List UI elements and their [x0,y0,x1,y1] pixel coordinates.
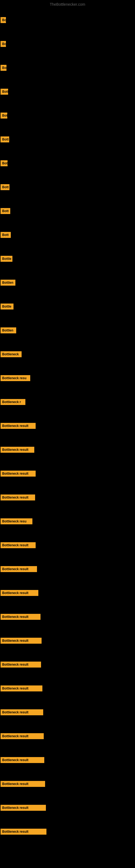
bar-row: Bottleneck result [0,605,135,629]
bar-label: Bottleneck result [1,757,44,763]
bar-row: Bottlen [0,271,135,294]
bar-label: Bottleneck result [1,661,41,668]
bar-label: Bottleneck result [1,805,46,811]
bar-row: Bottleneck result [0,629,135,653]
bar-row: Bottleneck result [0,677,135,701]
bar-row: Bottle [0,294,135,318]
bar-label: Bot [1,160,8,166]
bar-row: Bottleneck result [0,414,135,438]
bar-row: Bottleneck resu [0,366,135,390]
bar-label: Bo [1,65,6,71]
bar-label: Bottleneck result [1,471,36,476]
bar-row: Bottleneck result [0,438,135,462]
bar-label: Bott [1,136,9,143]
bar-row: Bottleneck result [0,701,135,724]
bar-row: Bottleneck [0,342,135,366]
bar-label: Bottle [1,304,13,310]
bar-label: Bottleneck r [1,399,26,405]
bar-row: Bottleneck result [0,533,135,557]
bar-row: Bottle [0,247,135,271]
bar-row: Bott [0,127,135,151]
bar-row: Bottleneck result [0,748,135,772]
bar-label: Bot [1,113,7,119]
bar-label: Bottleneck result [1,829,46,835]
site-title: TheBottlenecker.com [0,0,135,9]
bar-row: Bottleneck r [0,390,135,414]
bar-row: Bottleneck result [0,462,135,486]
bar-label: Bottleneck result [1,542,36,548]
bar-row: Bot [0,151,135,175]
bar-label: Bottleneck result [1,709,43,715]
bar-row: Bottleneck result [0,557,135,581]
bar-label: Bott [1,89,8,95]
bar-row: Bott [0,80,135,104]
bar-row: Bottleneck result [0,486,135,509]
bar-row: Bottleneck resu [0,509,135,533]
bar-label: Bottleneck resu [1,375,30,381]
bar-row: Bottleneck result [0,581,135,605]
bar-row: Bo [0,8,135,32]
bar-label: Bottleneck result [1,781,45,787]
bar-row: Bottleneck result [0,724,135,748]
bar-row: Bottleneck result [0,772,135,796]
bar-row: Bot [0,104,135,127]
bar-row: Bottleneck result [0,653,135,677]
bar-label: Bottleneck result [1,566,37,572]
bar-label: Bo [1,17,6,23]
bar-label: Bottleneck result [1,614,41,620]
bar-row: Bo [0,32,135,56]
bars-container: BoBoBoBottBotBottBotBottBottBottBottleBo… [0,8,135,844]
bar-label: Bottleneck result [1,685,42,691]
bar-label: Bottleneck resu [1,518,32,524]
bar-row: Bott [0,223,135,247]
bar-label: Bo [1,41,6,47]
bar-label: Bottleneck result [1,447,34,453]
bar-label: Bottleneck result [1,423,36,429]
bar-row: Bo [0,56,135,80]
bar-row: Bottlen [0,318,135,342]
bar-row: Bott [0,175,135,199]
bar-label: Bottleneck result [1,590,38,596]
bar-label: Bottleneck result [1,495,35,500]
bar-label: Bottleneck result [1,638,42,644]
bar-row: Bottleneck result [0,796,135,820]
bar-row: Bottleneck result [0,820,135,844]
bar-label: Bott [1,184,9,190]
bar-label: Bottlen [1,280,15,286]
bar-label: Bott [1,208,10,214]
bar-label: Bottlen [1,328,16,333]
bar-label: Bottleneck [1,351,21,357]
bar-label: Bottle [1,256,12,262]
bar-row: Bott [0,199,135,223]
bar-label: Bott [1,232,11,238]
bar-label: Bottleneck result [1,733,44,739]
